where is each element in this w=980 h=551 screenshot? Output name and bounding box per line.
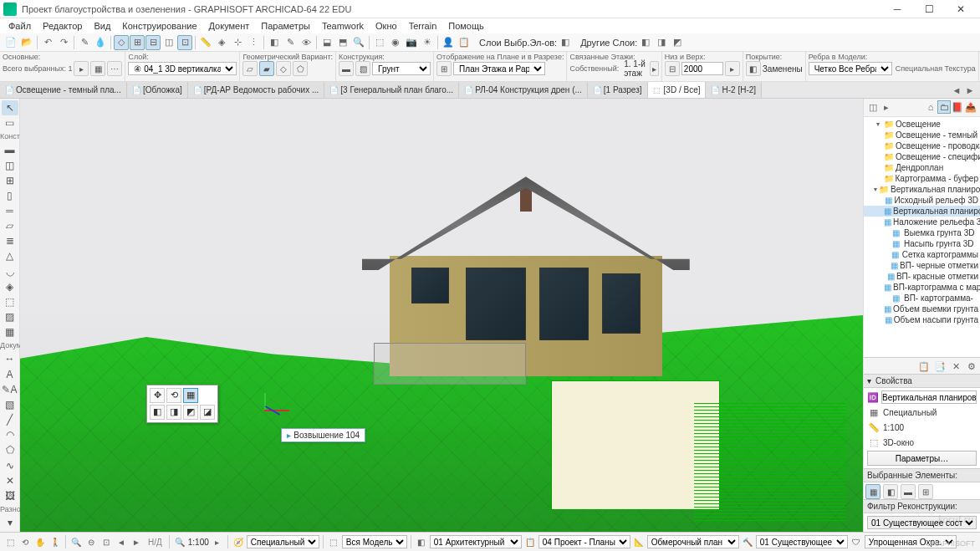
detail-button[interactable]: 🔍 bbox=[351, 35, 366, 50]
suspend-button[interactable]: ⊡ bbox=[177, 35, 192, 50]
menu-окно[interactable]: Окно bbox=[370, 20, 402, 32]
sb-zoom-in-icon[interactable]: 🔍 bbox=[69, 535, 83, 548]
eyedrop-button[interactable]: 💧 bbox=[93, 35, 108, 50]
pick-button[interactable]: ✎ bbox=[77, 35, 92, 50]
polyline-tool[interactable] bbox=[2, 442, 18, 457]
sel-more-icon[interactable]: ⋯ bbox=[107, 61, 122, 76]
sb-orbit-icon[interactable]: ⟲ bbox=[18, 535, 32, 548]
g2[interactable]: ▰ bbox=[259, 61, 274, 76]
origin-gizmo[interactable] bbox=[264, 393, 298, 426]
undo-button[interactable]: ↶ bbox=[40, 35, 55, 50]
nav-home-icon[interactable]: ⌂ bbox=[924, 100, 937, 114]
misc-tool[interactable]: ▾ bbox=[2, 515, 18, 530]
sb-s1-icon[interactable]: ◧ bbox=[415, 535, 428, 548]
nav-map-icon[interactable]: 🗀 bbox=[937, 100, 951, 114]
spline-tool[interactable] bbox=[2, 457, 18, 472]
nav-item[interactable]: 📁Картограмма - буфер bbox=[864, 173, 980, 184]
sb-model-select[interactable]: Вся Модель bbox=[342, 535, 407, 548]
sb-prev-icon[interactable]: ◄ bbox=[115, 535, 128, 548]
p1[interactable]: ⊞ bbox=[436, 61, 452, 76]
c1[interactable]: ▬ bbox=[339, 61, 354, 76]
sel-mesh-icon[interactable]: ▦ bbox=[90, 61, 105, 76]
hotspot-tool[interactable]: ✕ bbox=[2, 473, 18, 488]
nav-item[interactable]: ▦Наложение рельефа 3D bbox=[864, 217, 980, 227]
doc-tab[interactable]: 📄[РД-АР Ведомость рабочих ... bbox=[188, 82, 325, 98]
doc-tab[interactable]: 📄[1 Разрез] bbox=[588, 82, 648, 98]
pet-b2[interactable]: ◨ bbox=[166, 405, 181, 420]
pet-b3[interactable]: ◩ bbox=[183, 405, 198, 420]
text-tool[interactable] bbox=[2, 367, 18, 382]
nav-set-icon[interactable]: ⚙ bbox=[965, 360, 978, 373]
line-tool[interactable] bbox=[2, 412, 18, 427]
sb-model-icon[interactable]: ⬚ bbox=[327, 535, 340, 548]
beam-tool[interactable] bbox=[2, 203, 18, 218]
distribute-button[interactable]: ⋮ bbox=[246, 35, 261, 50]
nav-copy-icon[interactable]: 📑 bbox=[933, 360, 947, 373]
3d-button[interactable]: ⬚ bbox=[372, 35, 387, 50]
roof-tool[interactable] bbox=[2, 248, 18, 263]
menu-файл[interactable]: Файл bbox=[3, 20, 36, 32]
pet-b4[interactable]: ◪ bbox=[200, 405, 215, 420]
story-arrow[interactable]: ▸ bbox=[650, 61, 659, 76]
nav-tab-2[interactable]: ▸ bbox=[880, 101, 893, 115]
sb-orient-select[interactable]: Специальный bbox=[247, 535, 319, 548]
nav-item[interactable]: ▦ВП- красные отметки bbox=[864, 271, 980, 282]
stair-tool[interactable] bbox=[2, 233, 18, 248]
sb-s2-icon[interactable]: 📋 bbox=[523, 535, 537, 548]
camera-button[interactable]: 📷 bbox=[404, 35, 419, 50]
nav-item[interactable]: ▦Вертикальная планировк bbox=[864, 206, 980, 217]
nav-item[interactable]: ▦Сетка картограммы bbox=[864, 249, 980, 260]
sb-orient-icon[interactable]: 🧭 bbox=[232, 535, 245, 548]
column-tool[interactable] bbox=[2, 188, 18, 203]
nav-item[interactable]: ▾📁Вертикальная планировка bbox=[864, 184, 980, 195]
menu-teamwork[interactable]: Teamwork bbox=[317, 20, 369, 32]
sb-s5-icon[interactable]: 🛡 bbox=[850, 535, 863, 548]
window-tool[interactable] bbox=[2, 173, 18, 188]
edges-select[interactable]: Четко Все Ребра bbox=[809, 62, 892, 75]
sel-elem-header[interactable]: Выбранные Элементы: bbox=[864, 468, 980, 482]
sb-s1[interactable]: 01 Архитектурный ... bbox=[430, 535, 522, 548]
se2[interactable]: ◧ bbox=[883, 484, 898, 499]
mesh-tool[interactable] bbox=[2, 324, 18, 339]
prop-name[interactable] bbox=[881, 390, 977, 404]
layers-item-button[interactable]: 📋 bbox=[457, 35, 472, 50]
morph-tool[interactable] bbox=[2, 279, 18, 294]
sb-cube-icon[interactable]: ⬚ bbox=[3, 535, 17, 548]
group-button[interactable]: ◫ bbox=[161, 35, 176, 50]
sb-s4-icon[interactable]: 🔨 bbox=[741, 535, 754, 548]
c2[interactable]: ▧ bbox=[355, 61, 370, 76]
object-tool[interactable] bbox=[2, 294, 18, 309]
sb-fit-icon[interactable]: ⊡ bbox=[100, 535, 113, 548]
new-button[interactable]: 📄 bbox=[3, 35, 18, 50]
nav-book-icon[interactable]: 📕 bbox=[951, 101, 964, 115]
menu-terrain[interactable]: Terrain bbox=[404, 20, 442, 32]
menu-вид[interactable]: Вид bbox=[89, 20, 115, 32]
layer-button[interactable]: ◧ bbox=[267, 35, 282, 50]
pet-palette[interactable]: ✥ ⟲ ▦ ◧ ◨ ◩ ◪ bbox=[146, 385, 218, 423]
nav-item[interactable]: ▾📁Освещение bbox=[864, 119, 980, 130]
doc-tab[interactable]: 📄Н-2 [Н-2] bbox=[706, 82, 762, 98]
wall-tool[interactable] bbox=[2, 142, 18, 157]
g1[interactable]: ▱ bbox=[242, 61, 258, 76]
elev-input[interactable] bbox=[681, 62, 723, 75]
grid-button[interactable]: ⊞ bbox=[130, 35, 145, 50]
doc-tab[interactable]: 📄[Обложка] bbox=[127, 82, 188, 98]
sb-s3-icon[interactable]: 📐 bbox=[632, 535, 646, 548]
minimize-button[interactable]: ─ bbox=[881, 0, 913, 18]
label-tool[interactable]: ✎A bbox=[2, 382, 18, 397]
g4[interactable]: ⬠ bbox=[293, 61, 308, 76]
sb-next-icon[interactable]: ► bbox=[130, 535, 143, 548]
doc-tab[interactable]: ⬚[3D / Все] bbox=[648, 82, 707, 98]
doc-tab[interactable]: 📄Освещение - темный пла... bbox=[0, 82, 127, 98]
section-button[interactable]: ⬓ bbox=[319, 35, 334, 50]
shell-tool[interactable] bbox=[2, 264, 18, 279]
filter-header[interactable]: Фильтр Реконструкции: bbox=[864, 499, 980, 513]
nav-tab-1[interactable]: ◫ bbox=[866, 101, 880, 115]
user-button[interactable]: 👤 bbox=[441, 35, 456, 50]
redo-button[interactable]: ↷ bbox=[56, 35, 71, 50]
e1[interactable]: ⊟ bbox=[665, 61, 680, 76]
e2[interactable]: ▸ bbox=[725, 61, 740, 76]
menu-документ[interactable]: Документ bbox=[204, 20, 255, 32]
nav-item[interactable]: 📁Освещение - проводка bbox=[864, 140, 980, 151]
se1[interactable]: ▦ bbox=[865, 484, 880, 499]
